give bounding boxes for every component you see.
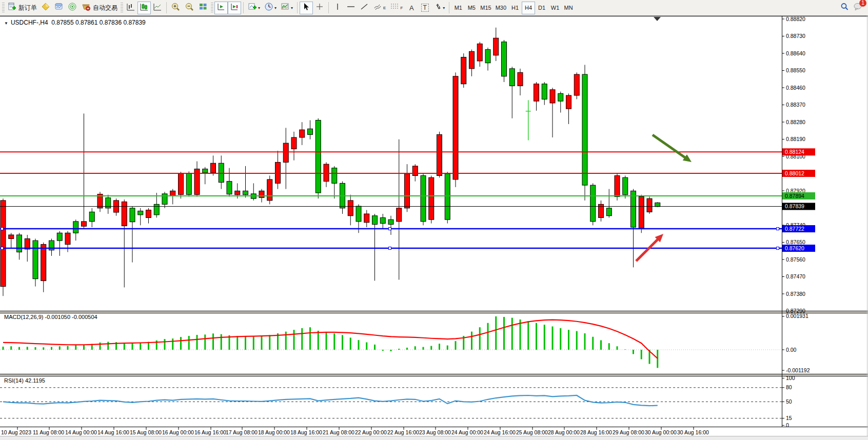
candle <box>9 235 14 238</box>
time-axis-label: 17 Aug 08:00 <box>226 429 258 435</box>
line-handle[interactable] <box>777 247 779 250</box>
new-order-icon <box>8 3 16 13</box>
line-handle[interactable] <box>389 228 391 230</box>
candle <box>33 241 38 279</box>
profiles-button[interactable] <box>39 2 52 14</box>
text-tool[interactable]: A <box>405 2 418 14</box>
candlestick-chart-button[interactable] <box>137 2 151 14</box>
bar-chart-button[interactable] <box>124 2 137 14</box>
candle <box>542 84 547 99</box>
candle <box>518 72 523 86</box>
zoom-out-button[interactable] <box>183 2 196 14</box>
tile-windows-button[interactable] <box>196 2 210 14</box>
text-tool-label: A <box>409 4 414 12</box>
navigator-button[interactable] <box>66 2 79 14</box>
chart-shift-button[interactable] <box>228 2 241 14</box>
time-axis-label: 11 Aug 08:00 <box>33 429 64 435</box>
price-level-badge-label: 0.87620 <box>785 245 804 251</box>
rsi-axis-label: 80 <box>786 384 792 390</box>
candle <box>574 74 579 95</box>
macd-axis-label: -0.001192 <box>786 367 810 373</box>
timeframe-d1[interactable]: D1 <box>535 2 548 14</box>
cursor-tool-button[interactable] <box>300 2 313 14</box>
time-axis-label: 14 Aug 00:00 <box>65 429 97 435</box>
time-axis-label: 25 Aug 08:00 <box>516 429 548 435</box>
templates-dropdown[interactable]: ▾ <box>279 2 295 14</box>
candle <box>154 204 159 214</box>
price-axis-label: 0.88550 <box>786 67 805 73</box>
periods-dropdown[interactable]: ▾ <box>262 2 279 14</box>
timeframe-m1[interactable]: M1 <box>451 2 465 14</box>
candle <box>590 185 596 222</box>
vertical-line-tool[interactable] <box>331 2 344 14</box>
line-handle[interactable] <box>389 247 391 250</box>
horizontal-scrollbar[interactable] <box>0 436 868 440</box>
timeframe-w1[interactable]: W1 <box>548 2 562 14</box>
search-button[interactable] <box>838 2 851 14</box>
auto-trading-button[interactable]: 自动交易 <box>79 2 120 14</box>
price-axis-label: 0.87650 <box>786 239 805 245</box>
price-axis-label: 0.88730 <box>786 33 805 39</box>
toolbar-grip[interactable] <box>121 3 123 13</box>
auto-scroll-button[interactable] <box>214 2 228 14</box>
timeframe-h1[interactable]: H1 <box>508 2 522 14</box>
candle <box>227 182 232 194</box>
toolbar-separator <box>243 2 244 13</box>
indicators-dropdown[interactable]: ▾ <box>246 2 262 14</box>
candle <box>372 216 378 225</box>
candle <box>494 38 499 55</box>
line-chart-button[interactable] <box>151 2 164 14</box>
candle <box>332 168 337 184</box>
candle <box>300 130 305 137</box>
tile-windows-icon <box>199 2 208 13</box>
crosshair-tool-button[interactable] <box>313 2 326 14</box>
candle <box>412 166 418 176</box>
timeframe-mn[interactable]: MN <box>562 2 575 14</box>
line-handle[interactable] <box>777 228 779 230</box>
timeframe-m30[interactable]: M30 <box>494 2 508 14</box>
panel-separator <box>0 374 868 376</box>
text-label-tool[interactable]: T <box>418 2 431 14</box>
candle <box>122 202 127 226</box>
market-watch-button[interactable] <box>52 2 66 14</box>
timeframe-label: M1 <box>455 5 462 11</box>
time-axis-label: 22 Aug 00:00 <box>355 429 387 435</box>
fibonacci-tool[interactable]: F <box>388 2 405 14</box>
line-handle[interactable] <box>1 228 4 230</box>
timeframe-label: M5 <box>468 5 476 11</box>
arrows-tool-dropdown[interactable]: ▾ <box>431 2 447 14</box>
new-order-button[interactable]: 新订单 <box>6 2 39 14</box>
line-handle[interactable] <box>1 247 4 250</box>
price-axis-label: 0.87470 <box>786 273 805 279</box>
time-axis-label: 16 Aug 00:00 <box>162 429 194 435</box>
candle <box>502 42 507 76</box>
candle <box>566 95 571 109</box>
candle <box>477 44 482 61</box>
toolbar-grip[interactable] <box>2 3 5 13</box>
time-axis-label: 28 Aug 00:00 <box>548 429 580 435</box>
toolbar-separator <box>166 2 167 13</box>
candle <box>41 245 46 281</box>
horizontal-line-tool[interactable] <box>344 2 358 14</box>
timeframe-h4[interactable]: H4 <box>522 2 535 14</box>
time-axis-label: 22 Aug 16:00 <box>387 429 419 435</box>
time-axis-label: 10 Aug 2023 <box>1 429 31 435</box>
candle <box>170 191 175 195</box>
auto-scroll-icon <box>216 2 226 13</box>
trendline-tool[interactable] <box>358 2 371 14</box>
toolbar-grip[interactable] <box>211 3 213 13</box>
equidistant-channel-tool[interactable]: E <box>371 2 388 14</box>
timeframe-m15[interactable]: M15 <box>478 2 493 14</box>
price-axis-label: 0.87560 <box>786 256 805 263</box>
candle <box>89 212 94 222</box>
candle <box>509 69 515 86</box>
vertical-line-icon <box>334 3 341 13</box>
time-axis-label: 18 Aug 00:00 <box>258 429 290 435</box>
price-level-badge-label: 0.87894 <box>785 193 804 199</box>
timeframe-m5[interactable]: M5 <box>465 2 478 14</box>
toolbar-separator <box>449 2 449 13</box>
zoom-in-button[interactable] <box>169 2 183 14</box>
notifications-button[interactable]: 1 <box>851 2 865 14</box>
chart-canvas[interactable]: 0.888200.887300.886400.885500.884600.883… <box>0 0 868 440</box>
search-icon <box>840 2 849 13</box>
